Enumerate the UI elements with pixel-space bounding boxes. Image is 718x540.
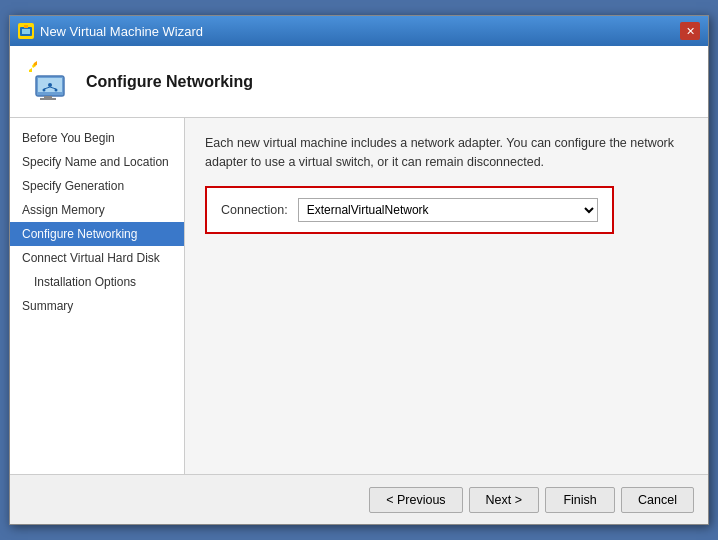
sidebar-item-2[interactable]: Specify Generation: [10, 174, 184, 198]
header-section: Configure Networking: [10, 46, 708, 118]
content-area: Each new virtual machine includes a netw…: [185, 118, 708, 474]
svg-marker-5: [34, 61, 37, 66]
body: Before You BeginSpecify Name and Locatio…: [10, 118, 708, 474]
svg-rect-2: [24, 25, 28, 28]
svg-marker-4: [29, 68, 32, 72]
sidebar-item-5[interactable]: Connect Virtual Hard Disk: [10, 246, 184, 270]
footer: < Previous Next > Finish Cancel: [10, 474, 708, 524]
description-text: Each new virtual machine includes a netw…: [205, 134, 688, 172]
connection-box: Connection: ExternalVirtualNetworkNot Co…: [205, 186, 614, 234]
cancel-button[interactable]: Cancel: [621, 487, 694, 513]
sidebar-item-1[interactable]: Specify Name and Location: [10, 150, 184, 174]
sidebar: Before You BeginSpecify Name and Locatio…: [10, 118, 185, 474]
next-button[interactable]: Next >: [469, 487, 539, 513]
app-icon: [18, 23, 34, 39]
previous-button[interactable]: < Previous: [369, 487, 462, 513]
sidebar-item-6[interactable]: Installation Options: [10, 270, 184, 294]
svg-rect-1: [22, 29, 30, 34]
sidebar-item-4[interactable]: Configure Networking: [10, 222, 184, 246]
title-bar-left: New Virtual Machine Wizard: [18, 23, 203, 39]
sidebar-item-3[interactable]: Assign Memory: [10, 198, 184, 222]
title-bar: New Virtual Machine Wizard ✕: [10, 16, 708, 46]
sidebar-item-7[interactable]: Summary: [10, 294, 184, 318]
connection-label: Connection:: [221, 203, 288, 217]
close-button[interactable]: ✕: [680, 22, 700, 40]
sidebar-item-0[interactable]: Before You Begin: [10, 126, 184, 150]
finish-button[interactable]: Finish: [545, 487, 615, 513]
header-icon: [24, 58, 72, 106]
connection-select[interactable]: ExternalVirtualNetworkNot Connected: [298, 198, 598, 222]
svg-point-10: [48, 83, 52, 87]
window-title: New Virtual Machine Wizard: [40, 24, 203, 39]
page-title: Configure Networking: [86, 73, 253, 91]
svg-rect-9: [40, 98, 56, 100]
wizard-window: New Virtual Machine Wizard ✕: [9, 15, 709, 525]
